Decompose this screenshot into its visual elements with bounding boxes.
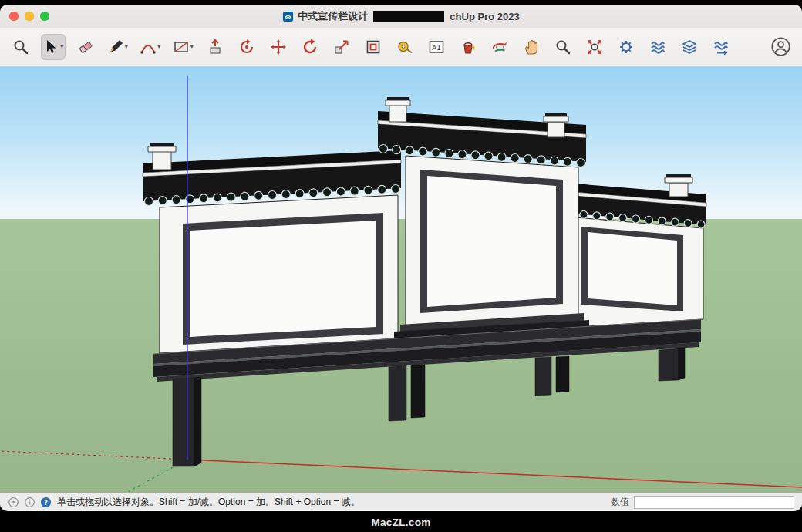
account-button[interactable] — [769, 34, 793, 60]
status-hint: 单击或拖动以选择对象。Shift = 加/减。Option = 加。Shift … — [57, 496, 360, 509]
zoomext-icon — [586, 39, 603, 56]
chevron-down-icon: ▾ — [190, 43, 194, 50]
svg-text:?: ? — [44, 498, 48, 506]
gear-icon — [618, 39, 635, 56]
toolbar-tools: ▾▾▾▾A1 — [9, 34, 733, 60]
search-tool[interactable] — [9, 34, 32, 60]
scale-icon — [333, 39, 350, 56]
measurements-input[interactable] — [634, 496, 794, 509]
rotate-icon — [302, 39, 318, 56]
help-icon[interactable]: ? — [40, 497, 52, 508]
sketchup-window: 中式宣传栏设计 chUp Pro 2023 ▾▾▾▾A1 — [0, 5, 802, 511]
redaction-box — [373, 11, 444, 22]
shapes-tool[interactable]: ▾ — [171, 34, 196, 60]
measurements-label: 数值 — [611, 496, 629, 509]
person-icon — [770, 36, 791, 57]
pan-tool[interactable] — [520, 34, 543, 60]
scale-tool[interactable] — [330, 34, 353, 60]
chevron-down-icon: ▾ — [60, 43, 64, 50]
title-text-suffix: chUp Pro 2023 — [450, 11, 519, 22]
pencil-icon — [107, 39, 124, 56]
followme-icon — [238, 39, 255, 56]
traffic-lights — [9, 5, 49, 28]
minimize-button[interactable] — [25, 12, 34, 21]
rotate-tool[interactable] — [298, 34, 322, 60]
chevron-down-icon: ▾ — [125, 43, 129, 50]
eraser-icon — [77, 39, 94, 56]
pushpull-icon — [207, 39, 224, 56]
center-finial-right — [544, 113, 568, 137]
offset-tool[interactable] — [362, 34, 385, 60]
model-canvas[interactable] — [0, 66, 802, 493]
center-panel[interactable] — [378, 97, 589, 341]
move-tool[interactable] — [267, 34, 290, 60]
zoom-tool[interactable] — [551, 34, 575, 60]
waves-arrow-tool[interactable] — [709, 34, 733, 60]
push-pull-tool[interactable] — [204, 34, 227, 60]
text-tool[interactable]: A1 — [425, 34, 448, 60]
right-panel[interactable] — [565, 174, 706, 327]
waves-tool[interactable] — [646, 34, 669, 60]
move-icon — [270, 39, 287, 56]
layers-tool[interactable] — [678, 34, 701, 60]
select-tool[interactable]: ▾ — [41, 34, 66, 60]
orbit-icon — [491, 39, 508, 56]
hand-icon — [523, 39, 540, 56]
chevron-down-icon: ▾ — [157, 43, 161, 50]
waveArrow-icon — [713, 39, 730, 56]
status-bar: ? 单击或拖动以选择对象。Shift = 加/减。Option = 加。Shif… — [0, 493, 802, 510]
arc-icon — [140, 39, 157, 56]
info-circle-icon[interactable] — [24, 497, 35, 508]
shapes-icon — [173, 39, 190, 56]
close-button[interactable] — [9, 12, 19, 21]
arc-tool[interactable]: ▾ — [138, 34, 163, 60]
toolbar: ▾▾▾▾A1 — [0, 28, 802, 66]
follow-me-tool[interactable] — [235, 34, 258, 60]
title-bar: 中式宣传栏设计 chUp Pro 2023 — [0, 5, 802, 28]
paint-bucket-tool[interactable] — [457, 34, 480, 60]
center-finial-left — [386, 97, 410, 122]
title-text-prefix: 中式宣传栏设计 — [298, 9, 368, 23]
eraser-tool[interactable] — [74, 34, 97, 60]
waves-icon — [649, 39, 666, 56]
watermark: MacZL.com — [0, 517, 802, 528]
tape-icon — [396, 39, 413, 56]
magnifier-icon — [12, 39, 29, 56]
measurements: 数值 — [611, 496, 794, 509]
window-title: 中式宣传栏设计 chUp Pro 2023 — [282, 9, 519, 23]
statusbar-icons: ? — [8, 497, 52, 508]
zoom-extents-tool[interactable] — [583, 34, 606, 60]
crosshair-circle-icon[interactable] — [8, 497, 19, 508]
textA1-icon: A1 — [428, 39, 445, 56]
orbit-tool[interactable] — [488, 34, 511, 60]
viewport[interactable] — [0, 66, 802, 493]
magnifier-icon — [554, 39, 571, 56]
layers-icon — [681, 39, 698, 56]
left-panel[interactable] — [143, 143, 401, 353]
offset-icon — [365, 39, 382, 56]
tape-measure-tool[interactable] — [393, 34, 416, 60]
cursor-icon — [42, 39, 59, 56]
sketchup-logo-icon — [282, 11, 294, 22]
svg-text:A1: A1 — [432, 44, 441, 52]
line-tool[interactable]: ▾ — [106, 34, 130, 60]
paint-icon — [460, 39, 477, 56]
gear-tool[interactable] — [615, 34, 638, 60]
fullscreen-button[interactable] — [40, 12, 49, 21]
